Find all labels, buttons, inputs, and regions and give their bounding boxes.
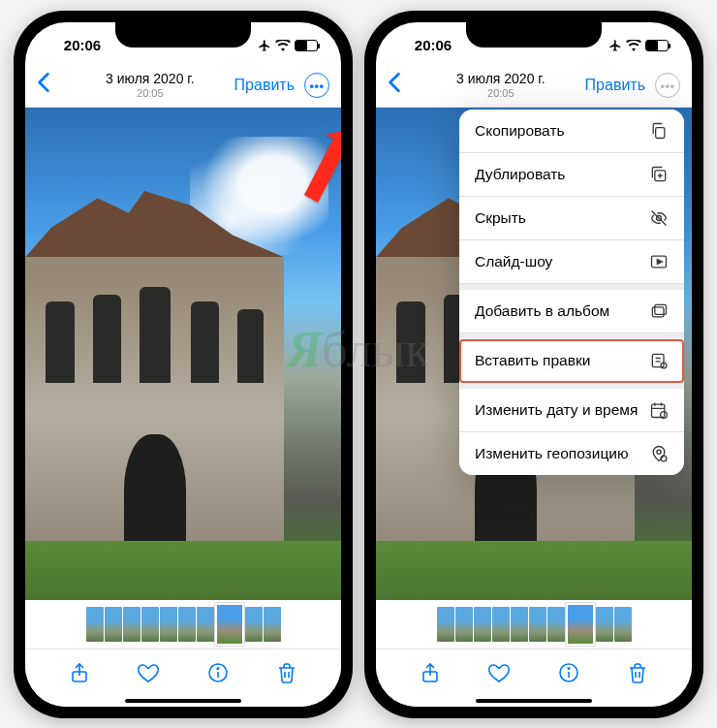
battery-icon xyxy=(645,40,669,51)
hide-icon xyxy=(649,208,669,228)
bottom-toolbar xyxy=(25,649,341,707)
home-indicator[interactable] xyxy=(125,699,241,703)
status-icons xyxy=(591,35,669,52)
thumbnail[interactable] xyxy=(547,607,565,642)
thumbnail[interactable] xyxy=(197,607,214,642)
airplane-icon xyxy=(608,39,622,52)
menu-edit-datetime-label: Изменить дату и время xyxy=(475,401,638,419)
phone-left: 20:06 3 июля 2020 г. 20:05 Править ••• xyxy=(14,11,353,718)
screen-right: 20:06 3 июля 2020 г. 20:05 Править ••• xyxy=(376,22,692,707)
thumbnail-strip[interactable] xyxy=(25,600,341,649)
info-button[interactable] xyxy=(205,660,231,685)
thumbnail[interactable] xyxy=(178,607,196,642)
status-icons xyxy=(240,35,318,52)
nav-time: 20:05 xyxy=(456,87,546,99)
svg-point-4 xyxy=(217,668,219,670)
back-button[interactable] xyxy=(388,72,417,99)
delete-button[interactable] xyxy=(625,660,650,685)
airplane-icon xyxy=(258,39,271,52)
thumbnail[interactable] xyxy=(511,607,528,642)
thumbnail[interactable] xyxy=(492,607,510,642)
thumbnail[interactable] xyxy=(596,607,613,642)
svg-point-23 xyxy=(657,450,661,454)
wifi-icon xyxy=(275,40,291,51)
svg-rect-18 xyxy=(652,404,665,417)
thumbnail[interactable] xyxy=(141,607,159,642)
menu-edit-datetime[interactable]: Изменить дату и время xyxy=(459,389,684,432)
thumbnail-selected[interactable] xyxy=(566,603,595,646)
edit-button[interactable]: Править xyxy=(234,77,295,94)
album-icon xyxy=(649,301,669,321)
more-button[interactable]: ••• xyxy=(655,73,680,98)
edit-button[interactable]: Править xyxy=(585,77,645,94)
menu-edit-location[interactable]: Изменить геопозицию xyxy=(459,432,684,475)
thumbnail[interactable] xyxy=(245,607,263,642)
share-button[interactable] xyxy=(67,660,92,685)
info-button[interactable] xyxy=(556,660,581,685)
nav-time: 20:05 xyxy=(106,87,195,99)
menu-add-to-album[interactable]: Добавить в альбом xyxy=(459,290,684,333)
bottom-toolbar xyxy=(376,649,692,707)
thumbnail[interactable] xyxy=(437,607,454,642)
photo-viewer[interactable] xyxy=(25,108,341,600)
nav-title: 3 июля 2020 г. 20:05 xyxy=(106,72,195,98)
screen-left: 20:06 3 июля 2020 г. 20:05 Править ••• xyxy=(25,22,341,707)
menu-slideshow[interactable]: Слайд-шоу xyxy=(459,240,684,284)
delete-button[interactable] xyxy=(274,660,299,685)
battery-icon xyxy=(295,40,318,51)
share-button[interactable] xyxy=(418,660,443,685)
thumbnail[interactable] xyxy=(105,607,122,642)
svg-point-28 xyxy=(568,668,570,670)
menu-slideshow-label: Слайд-шоу xyxy=(475,253,552,270)
nav-title: 3 июля 2020 г. 20:05 xyxy=(456,72,546,98)
menu-paste-edits[interactable]: Вставить правки xyxy=(459,339,684,383)
duplicate-icon xyxy=(649,165,669,184)
location-icon xyxy=(649,444,669,463)
context-menu: Скопировать Дублировать Скрыть Слайд-шоу… xyxy=(459,110,684,475)
nav-bar: 3 июля 2020 г. 20:05 Править ••• xyxy=(25,65,341,108)
thumbnail-selected[interactable] xyxy=(215,603,244,646)
menu-add-to-album-label: Добавить в альбом xyxy=(475,302,609,320)
paste-edits-icon xyxy=(649,351,669,370)
menu-paste-edits-label: Вставить правки xyxy=(475,352,590,369)
calendar-icon xyxy=(649,400,669,420)
back-button[interactable] xyxy=(37,72,66,99)
more-button[interactable]: ••• xyxy=(304,73,329,98)
menu-copy[interactable]: Скопировать xyxy=(459,110,684,153)
favorite-button[interactable] xyxy=(136,660,161,685)
notch xyxy=(115,22,251,47)
phone-right: 20:06 3 июля 2020 г. 20:05 Править ••• xyxy=(364,11,703,718)
status-time: 20:06 xyxy=(399,33,467,53)
menu-hide[interactable]: Скрыть xyxy=(459,197,684,240)
thumbnail[interactable] xyxy=(86,607,104,642)
wifi-icon xyxy=(626,40,641,51)
slideshow-icon xyxy=(649,252,669,271)
svg-rect-13 xyxy=(655,304,667,314)
menu-separator xyxy=(459,333,684,339)
menu-copy-label: Скопировать xyxy=(475,122,565,140)
thumbnail[interactable] xyxy=(614,607,632,642)
home-indicator[interactable] xyxy=(476,699,592,703)
status-time: 20:06 xyxy=(48,33,116,53)
svg-rect-14 xyxy=(652,354,664,366)
svg-rect-12 xyxy=(652,306,664,316)
thumbnail-strip[interactable] xyxy=(376,600,692,649)
nav-bar: 3 июля 2020 г. 20:05 Править ••• xyxy=(376,65,692,108)
svg-rect-5 xyxy=(656,127,665,138)
thumbnail[interactable] xyxy=(160,607,177,642)
copy-icon xyxy=(649,121,669,141)
menu-duplicate[interactable]: Дублировать xyxy=(459,153,684,197)
menu-edit-location-label: Изменить геопозицию xyxy=(475,445,629,462)
nav-date: 3 июля 2020 г. xyxy=(106,72,195,86)
svg-marker-11 xyxy=(657,259,662,264)
nav-date: 3 июля 2020 г. xyxy=(456,72,546,86)
menu-hide-label: Скрыть xyxy=(475,209,526,227)
notch xyxy=(466,22,602,47)
favorite-button[interactable] xyxy=(486,660,512,685)
thumbnail[interactable] xyxy=(529,607,546,642)
thumbnail[interactable] xyxy=(474,607,491,642)
thumbnail[interactable] xyxy=(123,607,140,642)
thumbnail[interactable] xyxy=(264,607,281,642)
menu-duplicate-label: Дублировать xyxy=(475,166,565,183)
thumbnail[interactable] xyxy=(455,607,473,642)
